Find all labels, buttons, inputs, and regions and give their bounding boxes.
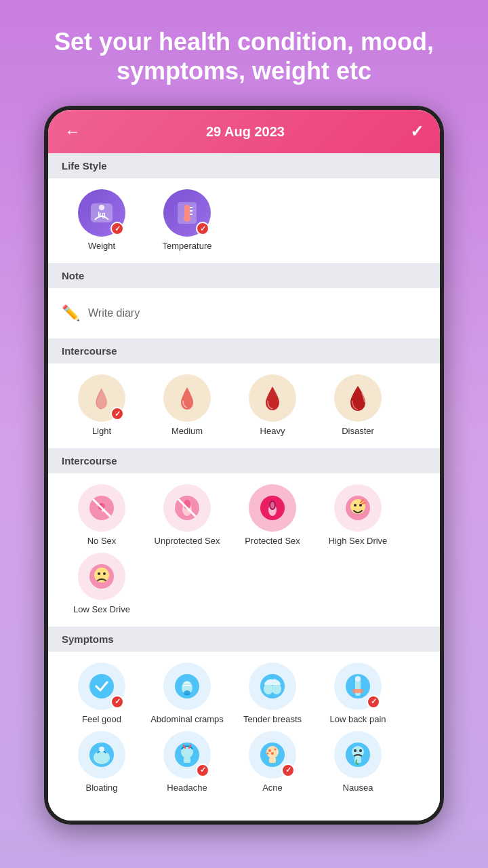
svg-point-54 bbox=[354, 749, 357, 752]
low-back-pain-label: Low back pain bbox=[329, 714, 386, 726]
list-item[interactable]: Unprotected Sex bbox=[147, 484, 227, 547]
svg-point-50 bbox=[267, 752, 269, 754]
svg-point-40 bbox=[99, 747, 104, 752]
weight-label: Weight bbox=[88, 241, 115, 252]
phone-header: ← 29 Aug 2023 ✓ bbox=[48, 110, 440, 153]
list-item[interactable]: Low Sex Drive bbox=[62, 553, 142, 616]
confirm-button[interactable]: ✓ bbox=[410, 122, 424, 141]
disaster-label: Disaster bbox=[342, 426, 374, 437]
checked-badge: ✓ bbox=[110, 222, 124, 235]
list-item[interactable]: Abdominal cramps bbox=[147, 663, 227, 726]
list-item[interactable]: ✓ Low back pain bbox=[318, 663, 398, 726]
svg-point-26 bbox=[98, 572, 100, 575]
list-item[interactable]: ✓ Acne bbox=[232, 731, 312, 794]
checked-badge: ✓ bbox=[110, 407, 124, 420]
svg-point-28 bbox=[89, 674, 114, 698]
list-item[interactable]: Tender breasts bbox=[232, 663, 312, 726]
weight-icon: kg ✓ bbox=[78, 189, 125, 237]
svg-point-5 bbox=[184, 215, 190, 222]
checked-badge: ✓ bbox=[196, 764, 209, 777]
list-item[interactable]: Disaster bbox=[318, 374, 398, 437]
back-button[interactable]: ← bbox=[64, 122, 81, 141]
checked-badge: ✓ bbox=[110, 695, 124, 709]
symptoms-section-header: Symptoms bbox=[48, 627, 440, 652]
list-item[interactable]: ✓ Headache bbox=[147, 731, 227, 794]
svg-point-22 bbox=[354, 504, 357, 507]
heavy-flow-icon bbox=[249, 374, 296, 422]
lifestyle-section-content: kg ✓ Weight bbox=[48, 178, 440, 263]
checked-badge: ✓ bbox=[196, 222, 209, 235]
list-item[interactable]: No Sex bbox=[62, 484, 142, 547]
headache-label: Headache bbox=[167, 783, 207, 794]
low-sex-drive-label: Low Sex Drive bbox=[73, 604, 130, 616]
symptoms-grid: ✓ Feel good Abdominal cramps bbox=[62, 663, 426, 794]
list-item[interactable]: ✓ Temperature bbox=[147, 189, 227, 252]
flow-section-header: Intercourse bbox=[48, 338, 440, 363]
svg-rect-43 bbox=[184, 757, 190, 763]
tender-breasts-icon bbox=[249, 663, 296, 710]
flow-grid: ✓ Light Medium bbox=[62, 374, 426, 437]
svg-rect-36 bbox=[352, 689, 363, 693]
lifestyle-grid: kg ✓ Weight bbox=[62, 189, 426, 252]
heavy-label: Heavy bbox=[260, 426, 285, 437]
svg-point-52 bbox=[352, 746, 364, 758]
no-sex-label: No Sex bbox=[87, 536, 117, 547]
svg-rect-46 bbox=[269, 757, 276, 763]
svg-point-37 bbox=[355, 676, 361, 682]
medium-flow-icon bbox=[163, 374, 211, 422]
low-back-pain-icon: ✓ bbox=[334, 663, 382, 710]
tender-breasts-label: Tender breasts bbox=[243, 714, 302, 726]
phone-body: Life Style kg ✓ Weight bbox=[48, 153, 440, 821]
pencil-icon: ✏️ bbox=[62, 304, 80, 322]
intercourse-grid-row2: Low Sex Drive bbox=[62, 553, 426, 616]
abdominal-cramps-icon bbox=[163, 663, 211, 710]
temperature-icon: ✓ bbox=[163, 189, 211, 237]
symptoms-section-content: ✓ Feel good Abdominal cramps bbox=[48, 652, 440, 805]
phone-frame: ← 29 Aug 2023 ✓ Life Style kg ✓ bbox=[44, 106, 444, 825]
list-item[interactable]: Bloating bbox=[62, 731, 142, 794]
low-sex-drive-icon bbox=[78, 553, 125, 600]
svg-point-48 bbox=[274, 748, 277, 750]
note-section-header: Note bbox=[48, 263, 440, 288]
nausea-label: Nausea bbox=[343, 783, 373, 794]
light-label: Light bbox=[92, 426, 111, 437]
feel-good-label: Feel good bbox=[82, 714, 121, 726]
lifestyle-section-header: Life Style bbox=[48, 153, 440, 178]
page-title: Set your health condition, mood, symptom… bbox=[0, 0, 488, 106]
no-sex-icon bbox=[78, 484, 125, 532]
bloating-icon bbox=[78, 731, 125, 778]
header-date: 29 Aug 2023 bbox=[206, 124, 285, 140]
list-item[interactable]: High Sex Drive bbox=[318, 484, 398, 547]
checked-badge: ✓ bbox=[367, 695, 380, 709]
abdominal-cramps-label: Abdominal cramps bbox=[150, 714, 224, 726]
nausea-icon bbox=[334, 731, 382, 778]
acne-label: Acne bbox=[262, 783, 283, 794]
unprotected-sex-label: Unprotected Sex bbox=[155, 536, 220, 547]
temperature-label: Temperature bbox=[163, 241, 212, 252]
unprotected-sex-icon bbox=[163, 484, 211, 532]
acne-icon: ✓ bbox=[249, 731, 296, 778]
list-item[interactable]: Protected Sex bbox=[232, 484, 312, 547]
list-item[interactable]: Nausea bbox=[318, 731, 398, 794]
list-item[interactable]: ✓ Feel good bbox=[62, 663, 142, 726]
checked-badge: ✓ bbox=[281, 764, 295, 777]
svg-point-39 bbox=[94, 751, 110, 764]
list-item[interactable]: kg ✓ Weight bbox=[62, 189, 142, 252]
svg-point-47 bbox=[268, 749, 271, 752]
list-item[interactable]: Heavy bbox=[232, 374, 312, 437]
note-section-content: ✏️ Write diary bbox=[48, 288, 440, 338]
svg-point-19 bbox=[270, 502, 274, 509]
flow-section-content: ✓ Light Medium bbox=[48, 363, 440, 448]
svg-point-33 bbox=[272, 684, 281, 694]
svg-point-55 bbox=[359, 749, 362, 752]
write-diary-row[interactable]: ✏️ Write diary bbox=[62, 299, 426, 328]
list-item[interactable]: ✓ Light bbox=[62, 374, 142, 437]
protected-sex-label: Protected Sex bbox=[245, 536, 300, 547]
svg-point-49 bbox=[271, 752, 274, 755]
high-sex-drive-icon bbox=[334, 484, 382, 532]
intercourse-grid: No Sex Unprotected Sex bbox=[62, 484, 426, 547]
headache-icon: ✓ bbox=[163, 731, 211, 778]
svg-point-27 bbox=[103, 572, 106, 575]
bloating-label: Bloating bbox=[86, 783, 118, 794]
list-item[interactable]: Medium bbox=[147, 374, 227, 437]
